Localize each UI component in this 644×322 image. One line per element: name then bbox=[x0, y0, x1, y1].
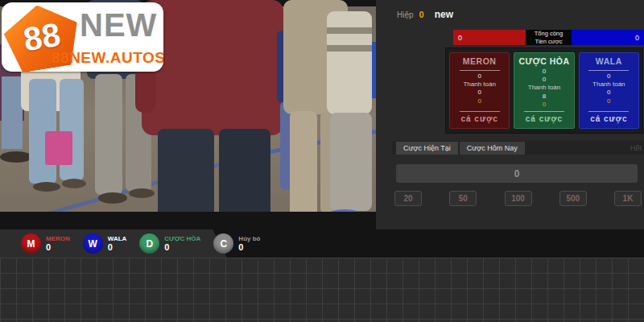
token-w[interactable]: WWALA0 bbox=[83, 233, 127, 254]
token-texts: Hủy bỏ0 bbox=[238, 235, 260, 253]
divider bbox=[460, 111, 500, 112]
round-number: 0 bbox=[419, 10, 424, 19]
spectator-striped-shirt bbox=[327, 11, 372, 219]
meron-bet-box: MERON 0 Thanh toán 0 0 cá cược bbox=[449, 52, 510, 129]
live-video-feed: 88 NEW 88NEW.AUTOS bbox=[0, 0, 376, 229]
meron-amount: 0 bbox=[477, 97, 481, 105]
round-label: Hiệp bbox=[397, 10, 414, 19]
token-label: Hủy bỏ bbox=[238, 235, 260, 242]
token-label: WALA bbox=[108, 235, 127, 242]
round-status-badge: new bbox=[435, 9, 453, 20]
token-label: MERON bbox=[46, 235, 70, 242]
bet-tokens: MMERON0WWALA0DCƯỢC HÒA0CHủy bỏ0 bbox=[21, 229, 260, 258]
wala-bet-button[interactable]: cá cược bbox=[590, 114, 627, 124]
totals-label: Tổng cộng Tiền cược bbox=[526, 30, 572, 45]
token-m-circle-icon: M bbox=[21, 233, 41, 254]
meron-stake: 0 bbox=[477, 72, 481, 80]
draw-row2: 0 bbox=[543, 76, 546, 84]
logo-domain-text: 88NEW.AUTOS bbox=[52, 49, 163, 67]
meron-payout: 0 bbox=[477, 89, 481, 97]
brand-logo: 88 NEW 88NEW.AUTOS bbox=[2, 2, 163, 72]
results-bead-grid[interactable] bbox=[0, 258, 644, 322]
chip-1k[interactable]: 1K bbox=[614, 191, 642, 206]
totals-label-bottom: Tiền cược bbox=[535, 38, 563, 45]
bet-amount-input[interactable]: 0 bbox=[396, 164, 638, 183]
token-c-circle-icon: C bbox=[213, 233, 233, 254]
draw-bet-box: CƯỢC HÒA 0 0 Thanh toán 8 0 cá cược bbox=[514, 52, 574, 129]
divider bbox=[460, 70, 500, 71]
draw-payout: 8 bbox=[543, 93, 546, 101]
meron-payout-label: Thanh toán bbox=[463, 80, 495, 89]
chip-20[interactable]: 20 bbox=[394, 191, 422, 206]
token-m[interactable]: MMERON0 bbox=[21, 233, 70, 254]
pink-stool bbox=[45, 131, 72, 165]
wala-payout: 0 bbox=[607, 89, 610, 97]
draw-payout-label: Thanh toán bbox=[528, 84, 560, 92]
bet-boxes-card: MERON 0 Thanh toán 0 0 cá cược CƯỢC HÒA … bbox=[445, 47, 643, 134]
divider bbox=[588, 70, 629, 71]
wala-bet-box: WALA 0 Thanh toán 0 0 cá cược bbox=[579, 52, 639, 129]
token-texts: WALA0 bbox=[108, 235, 127, 253]
draw-amount: 0 bbox=[543, 101, 546, 109]
token-value: 0 bbox=[46, 242, 70, 253]
token-texts: CƯỢC HÒA0 bbox=[164, 235, 200, 253]
logo-brand-text: NEW bbox=[80, 7, 157, 43]
wala-payout-label: Thanh toán bbox=[592, 80, 625, 89]
round-header: Hiệp 0 new bbox=[397, 9, 453, 20]
betting-panel: Hiệp 0 new 0 Tổng cộng Tiền cược 0 MERON… bbox=[376, 0, 644, 229]
divider bbox=[524, 111, 564, 112]
video-letterbox bbox=[0, 212, 376, 229]
totals-label-top: Tổng cộng bbox=[535, 30, 563, 37]
token-value: 0 bbox=[238, 242, 260, 253]
wala-total-bar: 0 bbox=[572, 30, 644, 45]
chip-50[interactable]: 50 bbox=[449, 191, 477, 206]
divider bbox=[588, 111, 629, 112]
chip-500[interactable]: 500 bbox=[559, 191, 587, 206]
meron-title: MERON bbox=[463, 56, 497, 68]
totals-bar: 0 Tổng cộng Tiền cược 0 bbox=[453, 30, 644, 45]
meron-bet-button[interactable]: cá cược bbox=[460, 114, 497, 124]
token-value: 0 bbox=[108, 242, 127, 253]
wala-stake: 0 bbox=[607, 72, 610, 80]
token-texts: MERON0 bbox=[46, 235, 70, 253]
wala-amount: 0 bbox=[607, 97, 610, 105]
bet-history-tabs: Cược Hiện Tại Cược Hôm Nay Hết bbox=[392, 141, 644, 155]
draw-bet-button[interactable]: cá cược bbox=[526, 114, 563, 124]
expiry-label: Hết bbox=[630, 144, 642, 152]
tab-current-bets[interactable]: Cược Hiện Tại bbox=[396, 142, 458, 155]
token-d[interactable]: DCƯỢC HÒA0 bbox=[139, 233, 200, 254]
token-d-circle-icon: D bbox=[139, 233, 159, 254]
meron-total-bar: 0 bbox=[453, 30, 526, 45]
token-c[interactable]: CHủy bỏ0 bbox=[213, 233, 260, 254]
tab-today-bets[interactable]: Cược Hôm Nay bbox=[460, 142, 525, 155]
wala-title: WALA bbox=[596, 56, 622, 68]
draw-title: CƯỢC HÒA bbox=[518, 56, 569, 68]
token-value: 0 bbox=[164, 242, 200, 253]
bottom-status-bar: MMERON0WWALA0DCƯỢC HÒA0CHủy bỏ0 bbox=[0, 229, 644, 258]
token-label: CƯỢC HÒA bbox=[164, 235, 200, 242]
chip-row: 20501005001K bbox=[394, 191, 642, 206]
draw-row1: 0 bbox=[543, 68, 546, 76]
token-w-circle-icon: W bbox=[83, 233, 103, 254]
chip-100[interactable]: 100 bbox=[505, 191, 532, 206]
